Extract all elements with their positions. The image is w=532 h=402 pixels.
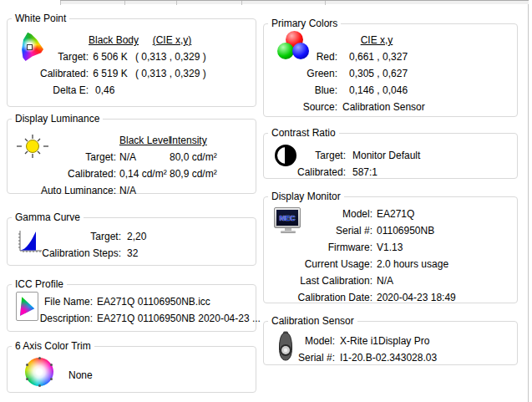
row-label: File Name:	[8, 296, 93, 308]
primary-colors-table: CIE x,y Red: 0,661 , 0,327 Green: 0,305 …	[264, 32, 515, 115]
row-value: 2020-04-23 18:49	[372, 292, 515, 303]
icc-profile-section: ICC Profile File Name: EA271Q 01106950NB…	[7, 284, 256, 332]
row-label: Serial #:	[264, 352, 335, 364]
row-value: EA271Q	[372, 208, 515, 220]
white-point-section: White Point Black Body (CIE x,y) Target:…	[7, 18, 256, 107]
row-label: Firmware:	[264, 242, 372, 253]
row-label: Green:	[264, 68, 337, 79]
row-value: N/A	[372, 275, 515, 287]
row-label: Target:	[8, 231, 121, 242]
tab-strip[interactable]	[60, 0, 529, 4]
row-label: Red:	[264, 51, 337, 63]
row-value: 2,20	[121, 231, 254, 242]
row-value: 6 519 K	[89, 68, 132, 79]
white-point-title: White Point	[12, 13, 69, 24]
display-luminance-table: Black Level Intensity Target: N/A 80,0 c…	[8, 132, 254, 199]
display-luminance-section: Display Luminance Black Level Intensity …	[7, 119, 256, 194]
column-header-intensity: Intensity	[166, 135, 254, 146]
row-value: Calibration Sensor	[337, 101, 515, 113]
row-value: N/A	[116, 151, 166, 163]
row-label: Target:	[8, 151, 116, 163]
row-label: Auto Luminance:	[8, 185, 116, 196]
row-value: N/A	[116, 185, 166, 196]
row-value: X-Rite i1Display Pro	[335, 335, 515, 347]
row-value: 0,661 , 0,327	[337, 51, 515, 63]
row-label: Calibration Date:	[264, 292, 372, 303]
row-value: 80,9 cd/m²	[166, 168, 254, 180]
row-value: 6 506 K	[89, 51, 132, 63]
primary-colors-section: Primary Colors CIE x,y Red: 0,661 , 0,32…	[263, 23, 518, 117]
delta-e-value: 0,46	[89, 84, 212, 96]
row-value: Monitor Default	[346, 150, 515, 161]
row-value: I1-20.B-02.343028.03	[335, 352, 515, 364]
contrast-ratio-title: Contrast Ratio	[268, 127, 339, 139]
row-label: Calibrated:	[8, 168, 116, 180]
row-value: 01106950NB	[372, 225, 515, 237]
row-value: 0,146 , 0,046	[337, 84, 515, 96]
row-label: Calibrated:	[8, 68, 89, 79]
tab-divider	[176, 1, 177, 5]
panel-right-border	[528, 4, 529, 402]
contrast-ratio-section: Contrast Ratio Target: Monitor Default C…	[263, 133, 518, 179]
calibration-sensor-table: Model: X-Rite i1Display Pro Serial #: I1…	[264, 333, 515, 366]
row-label: Model:	[264, 208, 372, 220]
column-header-cie-xy: CIE x,y	[342, 34, 411, 46]
row-value: ( 0,313 , 0,329 )	[132, 68, 212, 79]
column-header-black-level: Black Level	[116, 135, 166, 146]
row-label: Target:	[8, 51, 89, 63]
row-value: ( 0,313 , 0,329 )	[132, 51, 212, 63]
icc-profile-table: File Name: EA271Q 01106950NB.icc Descrip…	[8, 293, 254, 327]
row-label: Source:	[264, 101, 337, 113]
display-monitor-table: Model: EA271Q Serial #: 01106950NB Firmw…	[264, 206, 515, 306]
row-value: 2.0 hours usage	[372, 258, 515, 270]
row-label: Current Usage:	[264, 258, 372, 270]
row-label: Model:	[264, 335, 335, 347]
six-axis-value: None	[63, 369, 254, 381]
row-value: 32	[121, 247, 254, 259]
row-label: Description:	[8, 313, 93, 324]
row-label: Calibrated:	[264, 166, 346, 178]
row-label: Serial #:	[264, 225, 372, 237]
row-value: 0,305 , 0,627	[337, 68, 515, 79]
tab-divider	[124, 1, 125, 5]
white-point-table: Black Body (CIE x,y) Target: 6 506 K ( 0…	[8, 32, 254, 99]
row-label: Target:	[264, 150, 346, 161]
tab-divider	[325, 1, 326, 5]
six-axis-table: None	[8, 367, 254, 384]
row-value: 0,14 cd/m²	[116, 168, 166, 180]
primary-colors-title: Primary Colors	[268, 18, 341, 29]
calibration-sensor-title: Calibration Sensor	[268, 315, 357, 327]
icc-profile-title: ICC Profile	[12, 278, 67, 290]
gamma-curve-table: Target: 2,20 Calibration Steps: 32	[8, 228, 254, 262]
column-header-black-body: Black Body	[89, 34, 132, 46]
row-label: Calibration Steps:	[8, 247, 121, 259]
tab-divider	[241, 1, 242, 5]
row-value: EA271Q 01106950NB 2020-04-23 ...	[93, 313, 261, 324]
row-value: 587:1	[346, 166, 515, 178]
row-label: Blue:	[264, 84, 337, 96]
row-label: Last Calibration:	[264, 275, 372, 287]
delta-e-label: Delta E:	[8, 84, 89, 96]
display-monitor-title: Display Monitor	[268, 191, 344, 202]
row-value: 80,0 cd/m²	[166, 151, 254, 163]
column-header-cie-xy: (CIE x,y)	[132, 34, 212, 46]
six-axis-title: 6 Axis Color Trim	[12, 340, 94, 352]
gamma-curve-title: Gamma Curve	[12, 211, 84, 223]
calibration-sensor-section: Calibration Sensor Model: X-Rite i1Displ…	[263, 321, 518, 365]
gamma-curve-section: Gamma Curve Target: 2,20 Calibration Ste…	[7, 217, 256, 266]
display-luminance-title: Display Luminance	[12, 113, 103, 125]
six-axis-color-trim-section: 6 Axis Color Trim None	[7, 346, 256, 393]
row-value: V1.13	[372, 242, 515, 253]
row-value: EA271Q 01106950NB.icc	[93, 296, 261, 308]
display-monitor-section: Display Monitor NEC Model: EA271Q Serial…	[263, 196, 518, 303]
tab-divider	[60, 1, 61, 5]
contrast-ratio-table: Target: Monitor Default Calibrated: 587:…	[264, 147, 515, 181]
